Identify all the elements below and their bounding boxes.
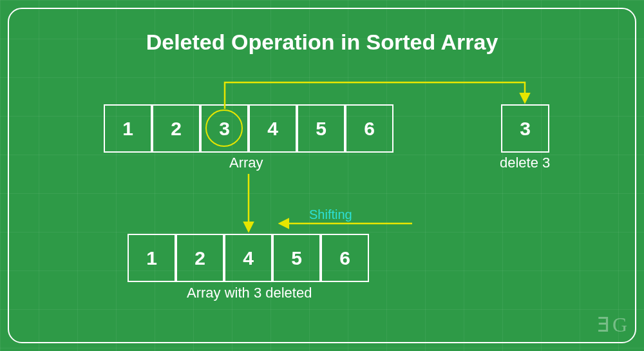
array1-label: Array xyxy=(229,155,263,171)
highlight-circle xyxy=(205,109,243,147)
array2-cell-3: 5 xyxy=(272,234,321,282)
logo-watermark: Ǝ G xyxy=(597,312,626,337)
deleted-label: delete 3 xyxy=(500,155,550,171)
array2-cell-4: 6 xyxy=(321,234,369,282)
array1-cell-0: 1 xyxy=(104,104,152,153)
shifting-label: Shifting xyxy=(309,207,352,222)
array1-cell-5: 6 xyxy=(345,104,393,153)
array2-cell-1: 2 xyxy=(176,234,224,282)
array1-cell-4: 5 xyxy=(297,104,345,153)
diagram-title: Deleted Operation in Sorted Array xyxy=(0,30,644,55)
array2-cell-0: 1 xyxy=(128,234,176,282)
outer-frame xyxy=(8,8,636,343)
array1-cell-1: 2 xyxy=(152,104,200,153)
deleted-cell: 3 xyxy=(501,104,549,153)
array1-cell-3: 4 xyxy=(249,104,297,153)
array2-cell-2: 4 xyxy=(224,234,272,282)
array2-label: Array with 3 deleted xyxy=(187,285,312,301)
